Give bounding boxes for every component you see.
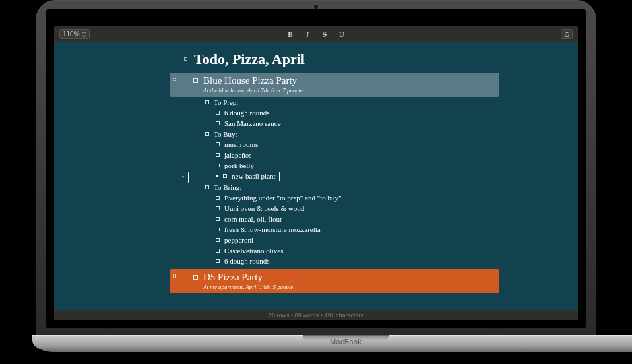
list-item[interactable]: 6 dough rounds <box>54 107 578 118</box>
status-rows: 28 rows <box>269 312 290 318</box>
checkbox-icon[interactable] <box>216 111 220 115</box>
checkbox-icon[interactable] <box>205 100 209 104</box>
list-item[interactable]: mushrooms <box>54 139 578 150</box>
section-subtitle: At the blue house, April 7th. 6 or 7 peo… <box>193 87 499 94</box>
list-item[interactable]: Castelvetrano olives <box>54 245 578 256</box>
group-label: To Buy: <box>214 130 237 138</box>
doc-title: Todo, Pizza, April <box>194 49 305 70</box>
gutter-bullet-icon <box>182 175 184 177</box>
section-title: Blue House Pizza Party <box>203 75 297 86</box>
checkbox-icon[interactable] <box>216 217 220 221</box>
list-item[interactable]: pepperoni <box>54 235 578 245</box>
group-label: To Bring: <box>214 183 241 191</box>
list-item[interactable]: jalapeños <box>54 150 578 160</box>
checkbox-icon[interactable] <box>216 206 220 210</box>
list-item[interactable]: Uuni oven & peels & wood <box>54 203 578 214</box>
section-block[interactable]: D5 Pizza Party At my apartment, April 14… <box>170 269 499 293</box>
group-row[interactable]: To Prep: <box>54 97 578 107</box>
document-area[interactable]: Todo, Pizza, April Blue House Pizza Part… <box>54 42 578 310</box>
checkbox-icon[interactable] <box>193 78 198 83</box>
device-label: MacBook <box>330 338 362 346</box>
checkbox-icon[interactable] <box>216 228 220 231</box>
checkbox-icon[interactable] <box>216 153 220 157</box>
dot-icon <box>216 175 218 177</box>
list-item[interactable]: 6 dough rounds <box>54 256 578 266</box>
laptop-lid: 110% B I S U <box>36 0 596 336</box>
group-row[interactable]: To Buy: <box>54 129 578 139</box>
format-group: B I S U <box>286 30 346 39</box>
checkbox-icon[interactable] <box>205 185 209 189</box>
share-icon <box>564 31 570 38</box>
text-cursor <box>188 172 189 183</box>
doc-title-row[interactable]: Todo, Pizza, April <box>54 49 578 70</box>
group-row[interactable]: To Bring: <box>54 182 578 193</box>
strike-button[interactable]: S <box>321 30 329 39</box>
checkbox-icon[interactable] <box>216 249 220 253</box>
section-subtitle: At my apartment, April 14th. 5 people. <box>193 284 499 290</box>
underline-button[interactable]: U <box>338 30 346 39</box>
bold-button[interactable]: B <box>286 30 294 39</box>
status-chars: 491 characters <box>324 312 363 318</box>
status-bar: 28 rows • 89 words • 491 characters <box>54 310 578 320</box>
checkbox-icon[interactable] <box>193 275 198 280</box>
list-item[interactable]: pork belly <box>54 160 578 171</box>
screen-bezel: 110% B I S U <box>46 9 586 328</box>
section-title: D5 Pizza Party <box>203 272 263 283</box>
drag-handle-icon[interactable] <box>173 274 177 278</box>
laptop-frame: 110% B I S U <box>32 0 600 352</box>
italic-button[interactable]: I <box>303 30 311 39</box>
checkbox-icon[interactable] <box>216 238 220 242</box>
list-item[interactable]: San Marzano sauce <box>54 118 578 129</box>
group-label: To Prep: <box>214 98 238 106</box>
checkbox-icon[interactable] <box>216 259 220 263</box>
bullet-icon <box>184 57 187 61</box>
drag-handle-icon[interactable] <box>173 78 177 82</box>
laptop-base: MacBook <box>32 335 632 352</box>
list-item[interactable]: fresh & low-moisture mozzarella <box>54 224 578 235</box>
checkbox-icon[interactable] <box>223 174 227 178</box>
share-button[interactable] <box>561 29 573 39</box>
zoom-dropdown[interactable]: 110% <box>59 29 90 39</box>
checkbox-icon[interactable] <box>216 164 220 167</box>
app-window: 110% B I S U <box>54 26 578 320</box>
section-block[interactable]: Blue House Pizza Party At the blue house… <box>170 73 499 97</box>
camera <box>313 4 319 9</box>
list-item[interactable]: corn meal, oil, flour <box>54 214 578 224</box>
checkbox-icon[interactable] <box>216 142 220 146</box>
chevron-updown-icon <box>82 31 86 38</box>
status-words: 89 words <box>295 312 319 318</box>
list-item[interactable]: Everything under "to prep" and "to buy" <box>54 193 578 203</box>
caret <box>279 172 280 181</box>
zoom-value: 110% <box>63 30 80 38</box>
checkbox-icon[interactable] <box>205 132 209 136</box>
checkbox-icon[interactable] <box>216 196 220 200</box>
checkbox-icon[interactable] <box>216 121 220 125</box>
toolbar: 110% B I S U <box>54 26 578 42</box>
